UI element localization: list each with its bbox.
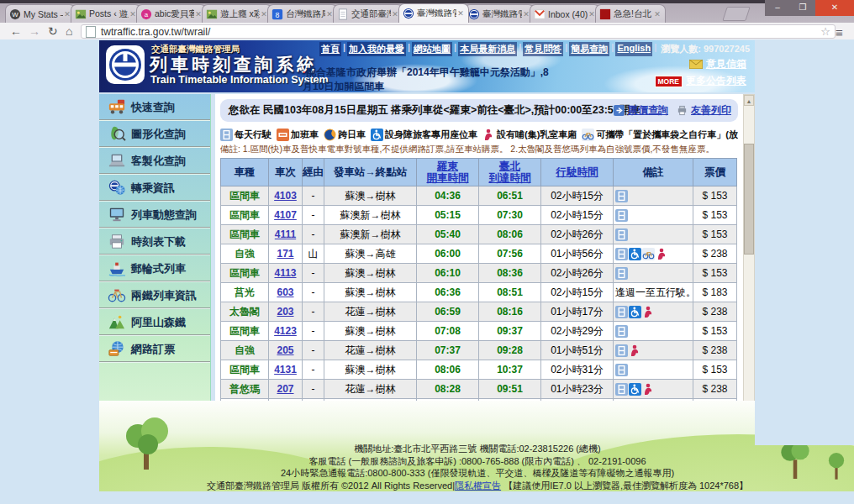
sidebar-item[interactable]: 網路訂票 (99, 336, 210, 363)
header-nav-link[interactable]: 首頁 (319, 42, 341, 56)
daily-icon (615, 306, 628, 318)
feedback-link[interactable]: 意見信箱 (706, 57, 746, 71)
header-nav-link[interactable]: 常見問答 (523, 42, 563, 56)
tab-close-icon[interactable]: ✕ (653, 10, 662, 18)
header-nav-link[interactable]: 簡易查詢 (569, 42, 609, 56)
legend-item: 可攜帶「置於攜車袋之自行車」(放置12車) (582, 129, 738, 141)
sidebar-item-label: 網路訂票 (131, 342, 175, 357)
scroll-up-arrow[interactable]: ▲ (744, 95, 754, 106)
sidebar-item[interactable]: 阿里山森鐵 (99, 309, 210, 336)
sidebar-item-label: 快速查詢 (131, 100, 175, 115)
legend-row: 每天行駛 加班車 跨日車 設身障旅客專用座位車 設有哺(集)乳室車廂 可攜帶「置… (220, 127, 738, 142)
train-number-link[interactable]: 4123 (274, 325, 297, 337)
tab-close-icon[interactable]: ✕ (456, 9, 465, 18)
duration: 01小時23分 (541, 380, 614, 399)
laptop-icon (108, 152, 128, 171)
train-number-link[interactable]: 203 (277, 306, 293, 318)
gmail-icon (534, 8, 546, 20)
train-number-link[interactable]: 4131 (274, 364, 297, 375)
minimize-button[interactable]: – (765, 0, 790, 16)
legend-item: 跨日車 (324, 129, 366, 141)
sidebar-item[interactable]: 列車動態查詢 (99, 202, 210, 228)
train-number-link[interactable]: 4111 (275, 228, 296, 240)
back-button[interactable]: ← (10, 24, 22, 38)
train-number-link[interactable]: 4113 (274, 267, 296, 279)
results-scrollbar[interactable]: ▲ ▼ (743, 94, 755, 445)
col-departure-sort[interactable]: 羅東開車時間 (417, 159, 479, 186)
overnight-icon (324, 129, 336, 141)
browser-tab[interactable]: Posts ‹ 遊上 ✕ (71, 4, 141, 23)
route: 蘇澳→樹林 (324, 322, 417, 341)
fare-inquiry-link[interactable]: 票價查詢 (628, 103, 668, 118)
legend-label: 加班車 (291, 129, 319, 141)
chrome-menu-icon[interactable]: ≡ (836, 25, 843, 39)
col-duration-sort[interactable]: 行駛時間 (541, 159, 614, 186)
arrival-time: 08:36 (479, 264, 541, 283)
bookmark-star-icon[interactable]: ☆ (820, 25, 830, 38)
sidebar-item[interactable]: 兩鐵列車資訊 (99, 282, 210, 309)
print-friendly-link[interactable]: 友善列印 (691, 103, 731, 118)
train-number-link[interactable]: 603 (277, 286, 293, 298)
train-number-link[interactable]: 4107 (274, 209, 297, 221)
train-number-link[interactable]: 205 (277, 344, 293, 356)
new-tab-button[interactable] (722, 7, 751, 21)
sidebar-item[interactable]: 客製化查詢 (99, 148, 210, 175)
wheelchair-icon (629, 383, 641, 396)
train-icon (108, 98, 128, 117)
timetable-row: 普悠瑪 207 - 花蓮→樹林 08:28 09:51 01小時23分 $ 23… (221, 380, 737, 399)
timetable-row: 區間車 4107 - 蘇澳新→樹林 05:15 07:30 02小時15分 $ … (221, 206, 737, 225)
blue8-icon: 8 (271, 8, 283, 20)
arrival-time: 08:51 (479, 283, 541, 302)
scrollbar-thumb[interactable] (744, 144, 754, 255)
top-nav: 首頁| 加入我的最愛| 網站地圖| 本局最新消息| 常見問答| 簡易查詢| En… (318, 42, 750, 56)
departure-time: 07:08 (417, 322, 479, 341)
browser-tab[interactable]: 遊上癮 x彩 ✕ (202, 4, 272, 23)
nursing-icon (629, 344, 641, 357)
header-nav-link[interactable]: 網站地圖 (412, 42, 452, 56)
browser-tab[interactable]: Inbox (40) - ✕ (530, 4, 600, 23)
legend-item: 設身障旅客專用座位車 (371, 129, 477, 141)
wheelchair-icon (629, 248, 641, 260)
daily-icon (220, 129, 233, 141)
url-text[interactable]: twtraffic.tra.gov.tw/twrail/ (101, 26, 820, 38)
address-bar[interactable]: twtraffic.tra.gov.tw/twrail/ ☆ (81, 24, 836, 39)
browser-tab[interactable]: 臺灣鐵路管 ✕ (398, 3, 469, 23)
tab-title: My Stats — (24, 9, 63, 19)
fare-arrow-icon (614, 105, 625, 116)
header-nav-link[interactable]: 本局最新消息 (458, 42, 517, 56)
browser-tab[interactable]: 交通部臺灣 ✕ (333, 4, 403, 23)
forward-button[interactable]: → (29, 24, 40, 38)
daily-icon (615, 267, 628, 280)
sidebar-item[interactable]: 時刻表下載 (99, 228, 210, 255)
site-title: 列車時刻查詢系統 (150, 53, 318, 76)
train-number-link[interactable]: 4103 (274, 190, 297, 202)
via: - (303, 283, 324, 302)
browser-tab[interactable]: 急急!台北 ✕ (595, 4, 666, 23)
arrival-time: 07:56 (479, 244, 541, 264)
privacy-link[interactable]: 隱私權宣告 (455, 480, 501, 491)
header-nav-link[interactable]: English (615, 42, 652, 56)
header-nav-link[interactable]: 加入我的最愛 (347, 42, 406, 56)
train-type: 自強 (221, 341, 269, 360)
remarks-cell (614, 360, 693, 380)
sidebar-item[interactable]: 郵輪式列車 (99, 255, 210, 282)
duration: 02小時31分 (541, 360, 614, 380)
browser-tab[interactable]: 8 台灣鐵路局 ✕ (267, 4, 338, 23)
col-arrival-sort[interactable]: 臺北到達時間 (479, 159, 541, 186)
train-number-link[interactable]: 171 (277, 248, 293, 260)
browser-tab[interactable]: 臺灣鐵路管 ✕ (464, 4, 535, 23)
home-button[interactable]: ⌂ (66, 24, 72, 38)
browser-tab[interactable]: a abic愛貝客 ✕ (136, 4, 207, 23)
maximize-button[interactable]: ❐ (790, 0, 815, 16)
sidebar-item[interactable]: 快速查詢 (99, 94, 210, 121)
train-number-link[interactable]: 207 (277, 383, 293, 395)
browser-tab[interactable]: W My Stats — ✕ (5, 4, 76, 23)
more-announcements-link[interactable]: 更多公告列表 (686, 74, 746, 88)
legend-label: 可攜帶「置於攜車袋之自行車」(放置12車) (596, 129, 738, 141)
svg-text:a: a (145, 11, 149, 18)
reload-button[interactable]: ↻ (48, 24, 58, 38)
page-viewport: 交通部臺灣鐵路管理局 列車時刻查詢系統 Train Timetable Info… (0, 39, 854, 504)
close-button[interactable]: ✕ (815, 0, 854, 16)
sidebar-item[interactable]: 圖形化查詢 (99, 121, 210, 148)
sidebar-item[interactable]: 轉乘資訊 (99, 175, 210, 202)
